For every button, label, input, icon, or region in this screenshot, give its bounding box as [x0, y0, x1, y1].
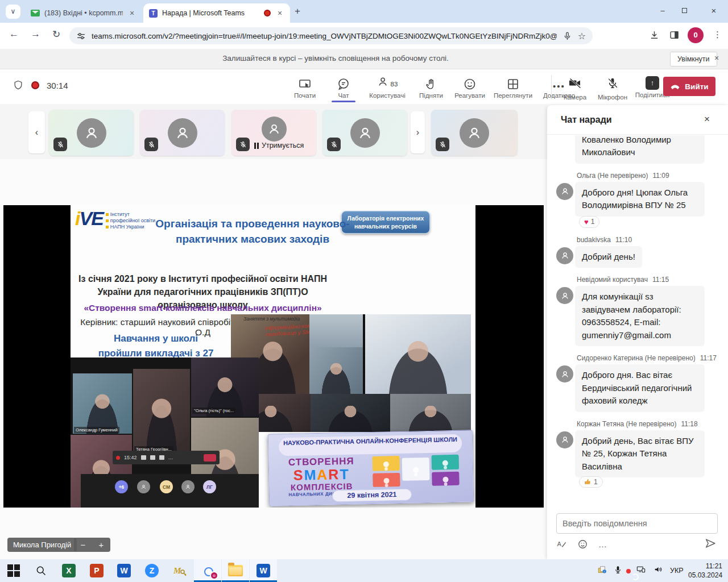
avatar: [181, 480, 195, 493]
chat-message: Невідомий користувач11:15 Для комунікаці…: [556, 276, 719, 346]
tab-close-icon[interactable]: ×: [127, 9, 136, 18]
format-icon[interactable]: A: [556, 539, 567, 550]
browser-tab-mail[interactable]: (183) Вхідні • kcpomm.metodis ×: [25, 3, 142, 23]
system-tray: i: [594, 559, 667, 582]
video-thumbnail: [133, 369, 190, 454]
language-indicator[interactable]: УКР: [670, 567, 684, 575]
tab-share-start[interactable]: Почати: [287, 74, 322, 99]
more-attachments-icon[interactable]: …: [598, 539, 607, 549]
key-app-icon: M: [173, 564, 187, 577]
taskbar-excel[interactable]: X: [55, 559, 82, 582]
window-close-button[interactable]: ×: [705, 2, 722, 19]
zoom-in-icon[interactable]: +: [99, 540, 104, 550]
shared-screen-stage: iVE IVE Інститут професійної освіти НАПН…: [3, 205, 544, 508]
avatar: [350, 118, 380, 148]
reload-button[interactable]: ↻: [52, 28, 60, 40]
url-text[interactable]: teams.microsoft.com/v2/?meetingjoin=true…: [92, 32, 557, 40]
bookmark-star-icon[interactable]: ☆: [578, 31, 586, 41]
strip-scroll-right-button[interactable]: ›: [411, 111, 425, 153]
chat-message: budakivska11:10 Добрий день!: [556, 236, 719, 268]
institute-logo: iVE IVE Інститут професійної освіти НАПН…: [75, 210, 155, 230]
browser-menu-icon[interactable]: ⋮: [713, 30, 722, 40]
address-bar[interactable]: teams.microsoft.com/v2/?meetingjoin=true…: [69, 27, 593, 44]
participant-tile[interactable]: [431, 110, 518, 156]
tab-close-icon[interactable]: ×: [275, 9, 284, 18]
voice-search-icon[interactable]: [562, 31, 572, 41]
forward-button[interactable]: →: [31, 28, 40, 40]
zoom-app-icon: Z: [145, 564, 159, 577]
start-button[interactable]: [0, 559, 27, 582]
enable-notifications-button[interactable]: Увімкнути: [670, 52, 717, 66]
back-button[interactable]: ←: [9, 28, 19, 40]
send-message-icon[interactable]: [704, 537, 717, 550]
shield-icon[interactable]: [13, 80, 24, 91]
search-button[interactable]: [27, 559, 55, 582]
reaction-pill[interactable]: 1: [579, 476, 603, 488]
participant-tile[interactable]: [140, 110, 225, 156]
profile-avatar[interactable]: 0: [688, 27, 704, 43]
taskbar-powerpoint[interactable]: P: [83, 559, 110, 582]
browser-tab-teams[interactable]: T Нарада | Microsoft Teams ×: [143, 3, 290, 23]
tab-search-button[interactable]: ∨: [6, 5, 20, 19]
chat-message: Сидоренко Катерина (Не перевірено)11:17 …: [556, 354, 719, 412]
window-minimize-button[interactable]: –: [654, 2, 671, 19]
taskbar-word-doc[interactable]: W: [250, 559, 277, 582]
taskbar-chrome[interactable]: o: [194, 559, 221, 582]
video-thumbnail-presenter: [365, 314, 471, 394]
video-thumbnail: [390, 394, 471, 432]
strip-scroll-left-button[interactable]: ‹: [28, 111, 45, 153]
leave-button[interactable]: Вийти: [663, 77, 715, 96]
grid-view-icon: [506, 76, 520, 91]
downloads-icon[interactable]: [650, 30, 659, 40]
side-panel-icon[interactable]: [669, 30, 679, 40]
tray-network-icon[interactable]: [636, 565, 646, 576]
camera-toggle[interactable]: Камера: [559, 74, 592, 101]
illustration-tile: [373, 473, 400, 487]
chat-message-list[interactable]: виробничого навчання Коваленко Володимир…: [547, 135, 728, 510]
tab-view[interactable]: Переглянути: [491, 74, 535, 99]
video-collage-right: Заняття з мультимедіа Інформаційно-комун…: [231, 314, 471, 432]
avatar: [77, 118, 106, 148]
tab-raise-hand[interactable]: Підняти: [413, 74, 449, 99]
message-bubble: Для комунікації sз завідувачем лаборатор…: [575, 286, 705, 346]
reaction-pill[interactable]: ♥1: [579, 216, 599, 228]
chat-close-icon[interactable]: ×: [704, 114, 710, 125]
participant-tile[interactable]: [322, 110, 407, 156]
participant-tile[interactable]: [49, 110, 134, 156]
chat-message: виробничого навчання Коваленко Володимир…: [556, 135, 719, 164]
browser-toolbar: ← → ↻ teams.microsoft.com/v2/?meetingjoi…: [0, 23, 728, 49]
tab-react[interactable]: Реагувати: [452, 74, 487, 99]
thumbs-up-icon: [584, 478, 592, 485]
message-bubble: Добрий день!: [575, 246, 642, 268]
message-author: Невідомий користувач: [577, 276, 648, 284]
taskbar-medoc[interactable]: M: [166, 559, 193, 582]
notification-close-icon[interactable]: ×: [714, 53, 719, 63]
chat-message-input[interactable]: [556, 513, 718, 534]
window-maximize-button[interactable]: [676, 2, 693, 19]
on-hold-label: Утримується: [262, 142, 304, 149]
overflow-avatar: +6: [115, 480, 128, 493]
avatar: [460, 118, 489, 148]
illustration-tile: [402, 458, 430, 481]
taskbar-word[interactable]: W: [110, 559, 138, 582]
taskbar-zoom[interactable]: Z: [138, 559, 166, 582]
new-tab-button[interactable]: +: [295, 6, 300, 17]
message-author: Ольга (Не перевірено): [577, 172, 648, 180]
tray-document-icon[interactable]: i: [597, 565, 607, 577]
taskbar-explorer[interactable]: [222, 559, 249, 582]
emoji-icon[interactable]: [577, 539, 588, 550]
chrome-profile-badge: o: [210, 571, 218, 580]
tab-people[interactable]: 83 Користувачі: [365, 74, 410, 99]
mic-toggle[interactable]: Мікрофон: [596, 74, 629, 101]
site-settings-icon[interactable]: [76, 31, 86, 41]
message-bubble: виробничого навчання Коваленко Володимир…: [575, 135, 705, 164]
participant-tile-on-hold[interactable]: Утримується: [231, 110, 316, 156]
message-author: Коржан Тетяна (Не перевірено): [577, 420, 676, 428]
tray-mic-icon[interactable]: [614, 565, 622, 577]
zoom-out-icon[interactable]: −: [81, 540, 86, 550]
stage-zoom-control[interactable]: − +: [74, 538, 110, 552]
tab-chat[interactable]: Чат: [326, 74, 361, 99]
tray-volume-icon[interactable]: [653, 565, 663, 576]
taskbar-clock[interactable]: 11:21 05.03.2024: [688, 562, 722, 580]
maximize-icon: [682, 8, 687, 13]
